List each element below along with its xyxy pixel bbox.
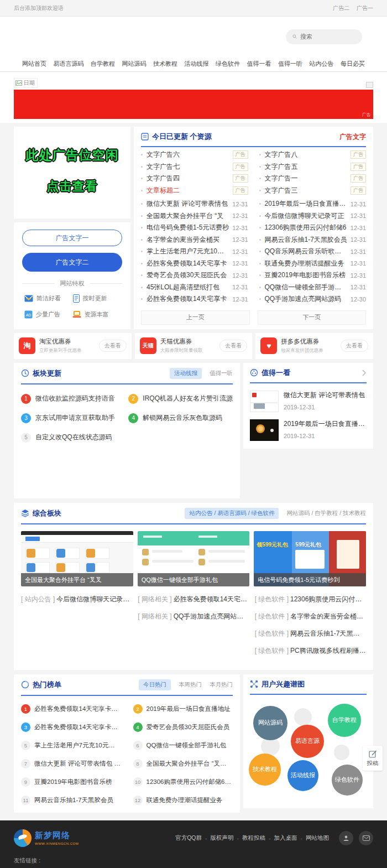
bubble-wangzhan-yuanma[interactable]: 网站源码: [253, 706, 287, 740]
tmall-coupon-card[interactable]: 天猫 天猫优惠券大额券限时限量领取 去看看: [135, 333, 253, 359]
nav-item-jishu[interactable]: 技术教程: [153, 60, 177, 68]
article-row[interactable]: 网易云音乐抽1-7天黑胶会员12-31: [259, 234, 367, 246]
hot-item[interactable]: 8全国最大聚合外挂平台 “叉叉助手: [133, 759, 233, 768]
article-row[interactable]: QQ音乐网易云音乐听歌回忆12-31: [259, 246, 367, 258]
tagged-link[interactable]: 绿色软件PC腾讯微视多线程刷播放量源码: [255, 646, 366, 656]
footer-link-submit[interactable]: 教程投稿: [242, 834, 265, 842]
hot-item[interactable]: 6QQ微信一键领全部手游礼包: [133, 741, 233, 750]
nav-item-zixue[interactable]: 自学教程: [91, 60, 115, 68]
next-page-button[interactable]: 下一页: [258, 310, 367, 325]
topbar-ad-2[interactable]: 广告二: [333, 5, 349, 11]
combo-card-1[interactable]: 全国最大聚合外挂平台 “叉叉: [21, 531, 133, 586]
hot-item[interactable]: 5掌上生活老用户7元充10元话费: [21, 741, 121, 750]
text-ad[interactable]: 文字广告五广告: [259, 161, 367, 173]
tab-huodong-xianbao[interactable]: 活动线报: [170, 368, 202, 379]
article-row[interactable]: 名字带金的麦当劳金桶买12-31: [141, 234, 248, 246]
search-box[interactable]: [286, 29, 362, 44]
bubble-huodong-xianbao[interactable]: 活动线报: [287, 760, 318, 791]
hot-item[interactable]: 12联通免费办理潮话提醒业务: [133, 796, 233, 805]
combo-card-2[interactable]: QQ微信一键领全部手游礼包: [138, 531, 250, 586]
topbar-ad-1[interactable]: 广告一: [357, 5, 373, 11]
article-row[interactable]: 今后微信微博聊天记录可正12-31: [259, 210, 367, 222]
worth-item[interactable]: 2019年最后一场日食直播地址 2019-12-31: [250, 419, 367, 441]
prev-page-button[interactable]: 上一页: [141, 310, 250, 325]
text-ad[interactable]: 文字广告四广告: [141, 173, 248, 185]
tab-hot-week[interactable]: 本周热门: [179, 681, 202, 689]
tab-combo-group2[interactable]: 网站源码 / 自学教程 / 技术教程: [286, 510, 366, 517]
nav-item-huodong[interactable]: 活动线报: [185, 60, 209, 68]
nav-item-yuanma[interactable]: 网站源码: [122, 60, 147, 68]
article-row[interactable]: 45张LOL超高清壁纸打包12-31: [141, 282, 248, 294]
text-ad[interactable]: 文字广告一广告: [259, 173, 367, 185]
nav-item-lvse[interactable]: 绿色软件: [216, 60, 240, 68]
text-ad[interactable]: 文字广告六广告: [141, 149, 248, 161]
board-item[interactable]: 5自定义改QQ在线状态源码: [21, 433, 115, 443]
bubble-jishu-jiaocheng[interactable]: 技术教程: [249, 753, 281, 786]
go-see-button[interactable]: 去看看: [219, 340, 247, 352]
footer-link-desktop[interactable]: 加入桌面: [274, 834, 297, 842]
nav-item-home[interactable]: 网站首页: [22, 60, 46, 68]
article-row[interactable]: 掌上生活老用户7元充10元话12-31: [141, 246, 248, 258]
hot-item[interactable]: 7微信大更新 评论可带表情包 各种: [21, 759, 121, 768]
article-row[interactable]: 联通免费办理潮话提醒业务12-31: [259, 258, 367, 270]
tagged-link[interactable]: 网络相关必胜客免费领取14天宅享卡会员: [138, 595, 249, 604]
article-row[interactable]: 微信大更新 评论可带表情包12-31: [141, 198, 248, 210]
ad-banner[interactable]: 广告: [14, 90, 373, 119]
tagged-link[interactable]: 绿色软件12306购票使用云闪付邮储60-30: [255, 595, 366, 604]
hot-item[interactable]: 3必胜客免费领取14天宅享卡会员: [21, 723, 121, 732]
board-item[interactable]: 4解锁网易云音乐灰色取源码: [128, 413, 233, 423]
go-see-button[interactable]: 去看看: [341, 340, 368, 352]
footer-link-sitemap[interactable]: 网站地图: [306, 834, 329, 842]
tab-hot-month[interactable]: 本月热门: [210, 681, 233, 689]
text-ad[interactable]: 文字广告八广告: [259, 149, 367, 161]
chevron-right-icon[interactable]: [362, 370, 367, 376]
bubble-zixue-jiaocheng[interactable]: 自学教程: [328, 704, 361, 737]
hot-item[interactable]: 1必胜客免费领取14天宅享卡会员: [21, 704, 121, 714]
tab-combo-group1[interactable]: 站内公告 / 易语言源码 / 绿色软件: [185, 508, 279, 519]
article-row[interactable]: 必胜客免费领取14天宅享卡12-31: [141, 293, 248, 305]
go-see-button[interactable]: 去看看: [99, 340, 127, 352]
footer-link-copyright[interactable]: 版权声明: [211, 834, 234, 842]
nav-item-bimai[interactable]: 每日必买: [341, 60, 365, 68]
submit-post-button[interactable]: 投稿: [363, 746, 383, 771]
nav-item-gonggao[interactable]: 站内公告: [310, 60, 334, 68]
taobao-coupon-card[interactable]: 淘 淘宝优惠券立即更新到手优惠券 去看看: [14, 333, 132, 359]
bubble-lvse-ruanjian[interactable]: 绿色软件: [332, 765, 363, 796]
ad-text-button-2[interactable]: 广告文字二: [22, 253, 122, 272]
text-ad[interactable]: 文章标题二广告: [141, 185, 248, 197]
article-row[interactable]: 全国最大聚合外挂平台 “叉12-31: [141, 210, 248, 222]
hot-item[interactable]: 4爱奇艺会员领30天屈臣氏会员: [133, 723, 233, 732]
tagged-link[interactable]: 绿色软件名字带金的麦当劳金桶买1送: [255, 612, 366, 621]
text-ad[interactable]: 文字广告三广告: [259, 185, 367, 197]
article-row[interactable]: QQ手游加速点亮网站源码12-30: [259, 293, 367, 305]
tagged-link[interactable]: 绿色软件网易云音乐抽1-7天黑胶会员: [255, 629, 366, 638]
hot-item[interactable]: 22019年最后一场日食直播地址: [133, 704, 233, 714]
nav-item-yiting[interactable]: 值得一听: [278, 60, 302, 68]
board-item[interactable]: 2IRQQ机器人好友名片赞引流源: [128, 394, 233, 404]
board-item[interactable]: 3京东试用申请京豆获取助手: [21, 413, 115, 423]
nav-item-yikan[interactable]: 值得一看: [247, 60, 271, 68]
board-item[interactable]: 1微信收款监控源码支持语音: [21, 394, 115, 404]
tab-hot-today[interactable]: 今日热门: [139, 679, 171, 690]
ad-text-link[interactable]: 广告文字: [339, 132, 366, 142]
tab-zhide-yiting[interactable]: 值得一听: [210, 370, 233, 377]
article-row[interactable]: 必胜客免费领取14天宅享卡12-31: [141, 258, 248, 270]
pinduoduo-coupon-card[interactable]: ♥ 拼多多优惠券独家直发拼团优惠券 去看看: [255, 333, 373, 359]
hot-item[interactable]: 11网易云音乐抽1-7天黑胶会员: [21, 796, 121, 805]
search-input[interactable]: [300, 33, 355, 40]
worth-item[interactable]: 微信大更新 评论可带表情包 2019-12-31: [250, 391, 367, 412]
hot-item[interactable]: 9豆瓣2019年电影图书音乐榜: [21, 777, 121, 787]
tagged-link[interactable]: 网络相关QQ手游加速点亮网站源码: [138, 612, 249, 621]
article-row[interactable]: 爱奇艺会员领30天屈臣氏会12-31: [141, 269, 248, 282]
contact-mail-button[interactable]: [359, 831, 373, 845]
nav-item-yuyan[interactable]: 易语言源码: [54, 60, 84, 68]
article-row[interactable]: 电信号码免费领1-5元话费秒12-31: [141, 222, 248, 234]
bubble-yiyuyan[interactable]: 易语言源: [291, 725, 324, 758]
empty-ad-slot[interactable]: 此处广告位空闲 点击查看: [14, 127, 130, 219]
article-row[interactable]: 12306购票使用云闪付邮储612-31: [259, 222, 367, 234]
combo-card-3[interactable]: 领599元礼包599元礼包 电信号码免费领1-5元话费秒到: [254, 531, 366, 586]
text-ad[interactable]: 文字广告七广告: [141, 161, 248, 173]
article-row[interactable]: QQ微信一键领全部手游礼包12-31: [259, 282, 367, 294]
tagged-link[interactable]: 站内公告今后微信微博聊天记录可正式: [21, 595, 132, 604]
ad-text-button-1[interactable]: 广告文字一: [22, 230, 122, 246]
